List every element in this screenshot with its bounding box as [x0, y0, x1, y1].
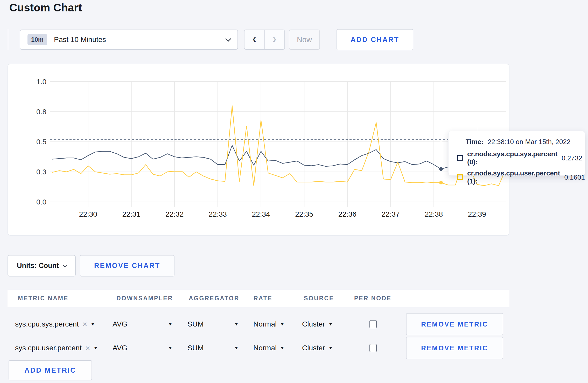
source-dropdown[interactable]: Cluster▼: [302, 312, 333, 336]
svg-text:0.8: 0.8: [36, 108, 46, 116]
source-value: Cluster: [302, 320, 325, 328]
caret-down-icon: ▼: [280, 322, 285, 327]
column-header-per-node: PER NODE: [354, 295, 391, 302]
remove-metric-button[interactable]: REMOVE METRIC: [406, 313, 503, 335]
units-label: Units: Count: [17, 262, 59, 270]
chevron-left-icon: ‹: [253, 33, 256, 44]
page-title: Custom Chart: [9, 2, 82, 14]
column-header-metric-name: METRIC NAME: [18, 295, 68, 302]
per-node-checkbox[interactable]: [369, 344, 377, 352]
tooltip-time-label: Time:: [466, 138, 484, 146]
source-value: Cluster: [302, 344, 325, 352]
source-dropdown[interactable]: Cluster▼: [302, 336, 333, 360]
column-header-source: SOURCE: [304, 295, 334, 302]
metric-row: sys.cpu.sys.percent×▼AVG▼SUM▼Normal▼Clus…: [8, 312, 509, 336]
aggregator-value: SUM: [187, 320, 204, 328]
metric-name-value: sys.cpu.sys.percent: [15, 320, 79, 328]
time-pager: ‹ ›: [244, 30, 285, 50]
tooltip-series-value: 0.2732: [562, 154, 582, 162]
caret-down-icon: ▼: [328, 346, 333, 351]
svg-text:22:34: 22:34: [252, 210, 270, 218]
caret-down-icon: ▼: [234, 346, 239, 351]
metric-name-value: sys.cpu.user.percent: [15, 344, 82, 352]
rate-value: Normal: [253, 344, 277, 352]
time-window-dropdown[interactable]: 10m Past 10 Minutes: [20, 30, 238, 50]
metric-row: sys.cpu.user.percent×▼AVG▼SUM▼Normal▼Clu…: [8, 336, 509, 360]
downsampler-dropdown[interactable]: AVG▼: [113, 312, 173, 336]
tooltip-entries: cr.node.sys.cpu.sys.percent (0):0.2732cr…: [457, 150, 577, 185]
chart-tooltip: Time: 22:38:10 on Mar 15th, 2022 cr.node…: [448, 131, 585, 176]
caret-down-icon: ▼: [93, 346, 98, 351]
caret-down-icon: ▼: [328, 322, 333, 327]
tooltip-series-value: 0.1601: [564, 173, 585, 181]
svg-text:22:37: 22:37: [382, 210, 400, 218]
rate-value: Normal: [253, 320, 277, 328]
metric-name-group: sys.cpu.user.percent×: [15, 344, 90, 352]
aggregator-value: SUM: [187, 344, 204, 352]
chart-plot[interactable]: 1.00.80.50.30.022:3022:3122:3222:3322:34…: [8, 64, 510, 236]
column-header-aggregator: AGGREGATOR: [189, 295, 239, 302]
chevron-right-icon: ›: [273, 33, 276, 44]
metric-name-dropdown[interactable]: sys.cpu.user.percent×▼: [15, 336, 95, 360]
chevron-down-icon: [63, 263, 67, 267]
column-header-rate: RATE: [254, 295, 272, 302]
custom-chart-page: Custom Chart 10m Past 10 Minutes ‹ › Now…: [0, 0, 588, 383]
series-swatch-icon: [457, 155, 463, 161]
svg-text:0.5: 0.5: [36, 138, 46, 146]
aggregator-dropdown[interactable]: SUM▼: [187, 336, 239, 360]
downsampler-value: AVG: [113, 320, 127, 328]
downsampler-dropdown[interactable]: AVG▼: [113, 336, 173, 360]
svg-text:0.0: 0.0: [36, 198, 46, 206]
chevron-down-icon: [225, 36, 231, 42]
tooltip-series-entry: cr.node.sys.cpu.sys.percent (0):0.2732: [457, 150, 577, 166]
add-chart-button[interactable]: ADD CHART: [337, 29, 413, 50]
svg-text:22:35: 22:35: [295, 210, 313, 218]
tooltip-series-entry: cr.node.sys.cpu.user.percent (1):0.1601: [457, 169, 577, 185]
metrics-table-header: METRIC NAMEDOWNSAMPLERAGGREGATORRATESOUR…: [8, 290, 509, 307]
tooltip-time-row: Time: 22:38:10 on Mar 15th, 2022: [457, 138, 577, 146]
tooltip-series-label: cr.node.sys.cpu.sys.percent (0):: [467, 150, 557, 166]
next-timerange-button[interactable]: ›: [265, 30, 284, 49]
svg-text:22:30: 22:30: [79, 210, 97, 218]
caret-down-icon: ▼: [168, 322, 173, 327]
caret-down-icon: ▼: [280, 346, 285, 351]
per-node-checkbox[interactable]: [369, 320, 377, 328]
rate-dropdown[interactable]: Normal▼: [253, 312, 285, 336]
column-header-downsampler: DOWNSAMPLER: [116, 295, 173, 302]
toolbar-separator: [8, 29, 8, 50]
series-swatch-icon: [457, 174, 463, 180]
svg-text:22:38: 22:38: [425, 210, 443, 218]
chart-card: 1.00.80.50.30.022:3022:3122:3222:3322:34…: [8, 64, 509, 236]
svg-text:1.0: 1.0: [36, 78, 46, 86]
svg-text:22:32: 22:32: [165, 210, 184, 218]
svg-text:22:39: 22:39: [468, 210, 486, 218]
clear-metric-icon[interactable]: ×: [82, 320, 87, 328]
caret-down-icon: ▼: [168, 346, 173, 351]
clear-metric-icon[interactable]: ×: [85, 344, 90, 352]
svg-text:22:33: 22:33: [209, 210, 227, 218]
tooltip-series-label: cr.node.sys.cpu.user.percent (1):: [467, 169, 560, 185]
downsampler-value: AVG: [113, 344, 127, 352]
caret-down-icon: ▼: [90, 322, 95, 327]
prev-timerange-button[interactable]: ‹: [244, 30, 265, 49]
metric-name-dropdown[interactable]: sys.cpu.sys.percent×▼: [15, 312, 95, 336]
svg-text:22:31: 22:31: [122, 210, 141, 218]
remove-metric-button[interactable]: REMOVE METRIC: [406, 337, 503, 359]
metric-name-group: sys.cpu.sys.percent×: [15, 320, 87, 328]
add-metric-button[interactable]: ADD METRIC: [9, 360, 92, 380]
time-window-label: Past 10 Minutes: [54, 36, 106, 44]
svg-text:0.3: 0.3: [36, 168, 46, 176]
now-button[interactable]: Now: [289, 30, 320, 50]
svg-text:22:36: 22:36: [338, 210, 356, 218]
remove-chart-button[interactable]: REMOVE CHART: [80, 255, 174, 276]
tooltip-time-value: 22:38:10 on Mar 15th, 2022: [488, 138, 570, 146]
units-dropdown[interactable]: Units: Count: [8, 255, 76, 276]
rate-dropdown[interactable]: Normal▼: [253, 336, 285, 360]
aggregator-dropdown[interactable]: SUM▼: [187, 312, 239, 336]
caret-down-icon: ▼: [234, 322, 239, 327]
time-window-badge: 10m: [27, 34, 47, 45]
